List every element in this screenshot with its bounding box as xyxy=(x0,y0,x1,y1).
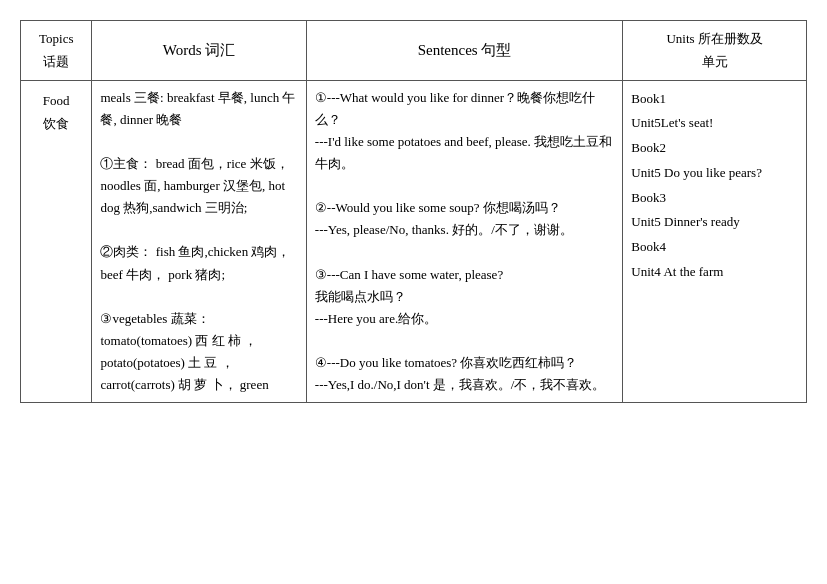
sent-3: ②--Would you like some soup? 你想喝汤吗？ xyxy=(315,197,614,219)
header-topics: Topics 话题 xyxy=(21,21,92,81)
sent-5: ③---Can I have some water, please? xyxy=(315,264,614,286)
unit-3: Book2 xyxy=(631,136,798,161)
unit-4: Unit5 Do you like pears? xyxy=(631,161,798,186)
unit-7: Book4 xyxy=(631,235,798,260)
words-line-2: ①主食： bread 面包，rice 米饭，noodles 面, hamburg… xyxy=(100,153,297,219)
sent-8: ④---Do you like tomatoes? 你喜欢吃西红柿吗？ xyxy=(315,352,614,374)
food-row: Food 饮食 meals 三餐: breakfast 早餐, lunch 午餐… xyxy=(21,80,807,402)
topics-en-label: Topics xyxy=(29,27,83,50)
unit-8: Unit4 At the farm xyxy=(631,260,798,285)
units-cell: Book1 Unit5Let's seat! Book2 Unit5 Do yo… xyxy=(623,80,807,402)
sent-4: ---Yes, please/No, thanks. 好的。/不了，谢谢。 xyxy=(315,219,614,241)
words-cell: meals 三餐: breakfast 早餐, lunch 午餐, dinner… xyxy=(92,80,306,402)
sent-6: 我能喝点水吗？ xyxy=(315,286,614,308)
words-label: Words 词汇 xyxy=(163,42,236,58)
header-sentences: Sentences 句型 xyxy=(306,21,622,81)
food-en: Food xyxy=(29,89,83,112)
sent-2: ---I'd like some potatoes and beef, plea… xyxy=(315,131,614,175)
sentences-label: Sentences 句型 xyxy=(418,42,512,58)
main-table: Topics 话题 Words 词汇 Sentences 句型 Units 所在… xyxy=(20,20,807,403)
food-topic: Food 饮食 xyxy=(21,80,92,402)
sent-7: ---Here you are.给你。 xyxy=(315,308,614,330)
header-units: Units 所在册数及 单元 xyxy=(623,21,807,81)
food-cn: 饮食 xyxy=(29,112,83,135)
words-line-3: ②肉类： fish 鱼肉,chicken 鸡肉，beef 牛肉， pork 猪肉… xyxy=(100,241,297,285)
words-line-1: meals 三餐: breakfast 早餐, lunch 午餐, dinner… xyxy=(100,87,297,131)
sent-9: ---Yes,I do./No,I don't 是，我喜欢。/不，我不喜欢。 xyxy=(315,374,614,396)
units-label: Units 所在册数及 xyxy=(631,27,798,50)
unit-1: Book1 xyxy=(631,87,798,112)
unit-5: Book3 xyxy=(631,186,798,211)
words-line-5: tomato(tomatoes) 西 红 柿 ，potato(potatoes)… xyxy=(100,330,297,396)
sent-1: ①---What would you like for dinner？晚餐你想吃… xyxy=(315,87,614,131)
units-label2: 单元 xyxy=(631,50,798,73)
unit-2: Unit5Let's seat! xyxy=(631,111,798,136)
header-words: Words 词汇 xyxy=(92,21,306,81)
unit-6: Unit5 Dinner's ready xyxy=(631,210,798,235)
topics-cn-label: 话题 xyxy=(29,50,83,73)
header-row: Topics 话题 Words 词汇 Sentences 句型 Units 所在… xyxy=(21,21,807,81)
sentences-cell: ①---What would you like for dinner？晚餐你想吃… xyxy=(306,80,622,402)
words-line-4: ③vegetables 蔬菜： xyxy=(100,308,297,330)
